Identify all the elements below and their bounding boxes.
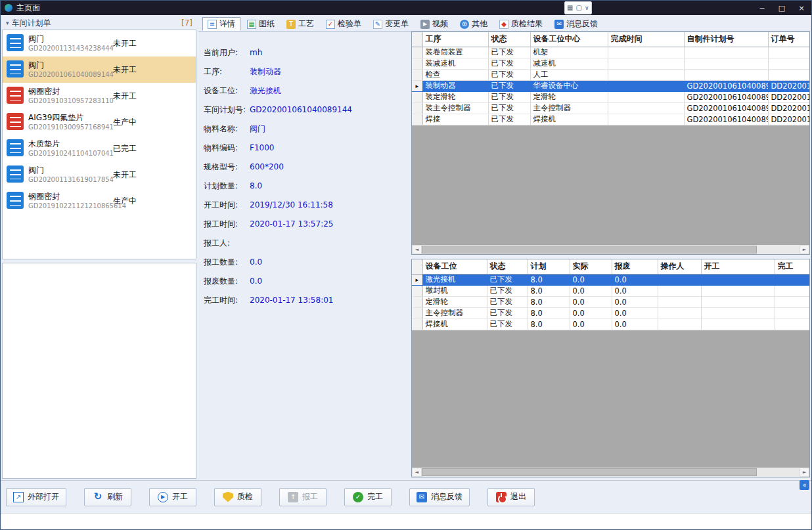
cell[interactable]: 人工 [530,69,608,80]
cell[interactable] [608,91,684,102]
cell[interactable]: 已下发 [488,58,530,69]
table-row[interactable]: 装卷筒装置已下发机架 [412,47,810,58]
tab-change[interactable]: ✎ 变更单 [368,17,414,31]
cell[interactable] [701,274,775,285]
cell[interactable] [684,69,768,80]
cell[interactable]: 8.0 [528,274,570,285]
maximize-button[interactable]: □ [772,1,792,15]
toolbar-button-exit[interactable]: 退出 [487,488,535,506]
cell[interactable]: 主令控制器 [422,307,487,319]
column-header[interactable]: 设备工位中心 [530,32,608,47]
cell[interactable] [658,307,701,319]
cell[interactable] [775,285,810,296]
scroll-left-icon[interactable]: ◄ [412,245,422,254]
table-row[interactable]: 检查已下发人工 [412,69,810,80]
plan-list-item[interactable]: 阀门 GD202001061040089144 未开工 [3,56,196,83]
cell[interactable] [768,47,810,58]
minimize-button[interactable]: ─ [752,1,772,15]
column-header[interactable]: 状态 [487,259,528,274]
cell[interactable]: GD202001061040089144 [684,80,768,91]
cell[interactable]: GD202001061040089144 [684,102,768,114]
cell[interactable]: 主令控制器 [530,102,608,114]
sidebar-header[interactable]: ▾ 车间计划单 [7] [2,16,196,30]
cell[interactable]: 已下发 [488,102,530,114]
cell[interactable]: DD20200102 [768,80,810,91]
cell[interactable] [608,102,684,114]
cell[interactable]: 0.0 [612,307,658,319]
cell[interactable] [608,69,684,80]
table-row[interactable]: 主令控制器已下发8.00.00.0 [412,307,810,319]
tab-detail[interactable]: ≡ 详情 [202,17,240,31]
cell[interactable] [684,58,768,69]
cell[interactable]: 0.0 [570,296,612,307]
cell[interactable]: 已下发 [487,296,528,307]
toolbar-button-refresh[interactable]: ↻ 刷新 [84,488,131,506]
cell[interactable]: 0.0 [612,296,658,307]
table-row[interactable]: 定滑轮已下发8.00.00.0 [412,296,810,307]
column-header[interactable]: 开工 [701,259,775,274]
cell[interactable] [608,47,684,58]
cell[interactable] [768,69,810,80]
table-row[interactable]: 墩封机已下发8.00.00.0 [412,285,810,296]
cell[interactable]: 0.0 [612,274,658,285]
cell[interactable]: 检查 [422,69,488,80]
tab-feedback[interactable]: ✉ 消息反馈 [549,17,603,31]
column-header[interactable]: 订单号 [768,32,810,47]
cell[interactable]: 定滑轮 [422,296,487,307]
plan-list-item[interactable]: 木质垫片 GD201910241104107041 已完工 [3,135,196,162]
table-row[interactable]: 焊接已下发焊接机GD202001061040089144DD20200102 [412,114,810,125]
toolbar-button-feedback[interactable]: ✉ 消息反馈 [409,488,470,506]
cell[interactable]: DD20200102 [768,91,810,102]
cell[interactable] [775,296,810,307]
tab-video[interactable]: ▶ 视频 [415,17,453,31]
cell[interactable]: 装卷筒装置 [422,47,488,58]
cell[interactable] [701,307,775,319]
close-button[interactable]: × [792,1,811,15]
cell[interactable]: 已下发 [488,114,530,125]
column-header[interactable]: 设备工位 [422,259,487,274]
cell[interactable]: 装主令控制器 [422,102,488,114]
toolbar-button-qc[interactable]: 质检 [214,488,261,506]
cell[interactable]: 已下发 [488,80,530,91]
cell[interactable]: 已下发 [487,274,528,285]
scroll-right-icon[interactable]: ► [800,245,809,254]
cell[interactable]: DD20200102 [768,102,810,114]
cell[interactable]: 墩封机 [422,285,487,296]
cell[interactable]: GD202001061040089144 [684,91,768,102]
column-header[interactable]: 工序 [422,32,488,47]
expand-icon[interactable]: ▢ [575,5,581,11]
cell[interactable]: 已下发 [487,307,528,319]
column-header[interactable]: 计划 [528,259,570,274]
plan-list-item[interactable]: 钢圈密封 GD201910221121210865614 生产中 [3,188,196,214]
cell[interactable]: 0.0 [570,319,612,330]
cell[interactable]: 0.0 [570,274,612,285]
cell[interactable]: 8.0 [528,285,570,296]
table-row[interactable]: 装减速机已下发减速机 [412,58,810,69]
cell[interactable]: 8.0 [528,307,570,319]
cell[interactable]: 焊接机 [530,114,608,125]
scrollbar-thumb[interactable] [422,468,757,476]
cell[interactable]: 焊接机 [422,319,487,330]
cell[interactable]: GD202001061040089144 [684,114,768,125]
cell[interactable] [608,58,684,69]
table-row[interactable]: ▸激光接机已下发8.00.00.0 [412,274,810,285]
cell[interactable]: 装减速机 [422,58,488,69]
tab-drawing[interactable]: ▦ 图纸 [242,17,280,31]
cell[interactable] [775,307,810,319]
toolbar-button-start[interactable]: ▶ 开工 [149,488,196,506]
cell[interactable]: 减速机 [530,58,608,69]
cell[interactable]: 华睿设备中心 [530,80,608,91]
cell[interactable] [701,319,775,330]
cell[interactable] [658,285,701,296]
cell[interactable]: 0.0 [570,307,612,319]
toolbar-button-external[interactable]: ↗ 外部打开 [6,488,66,506]
cell[interactable] [658,274,701,285]
cell[interactable] [701,296,775,307]
scroll-left-icon[interactable]: ◄ [412,468,422,477]
cell[interactable]: 0.0 [612,285,658,296]
tab-craft[interactable]: T 工艺 [281,17,319,31]
grid-layout-icon[interactable]: ▦ [567,5,573,11]
column-header[interactable]: 自制件计划号 [684,32,768,47]
cell[interactable]: 已下发 [488,47,530,58]
cell[interactable]: 激光接机 [422,274,487,285]
